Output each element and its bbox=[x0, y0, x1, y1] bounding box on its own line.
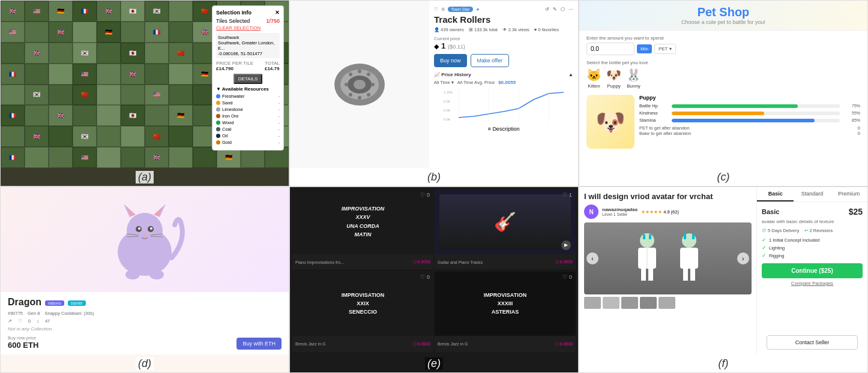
card-1-footer: Piano Improvisations fro... ⬡ 0.0003 bbox=[292, 254, 433, 270]
contact-seller-button[interactable]: Contact Seller bbox=[767, 335, 858, 350]
resource-limestone-value: - bbox=[279, 107, 280, 112]
card-3-title: Bresis Jazz in G bbox=[295, 342, 326, 346]
map-cell bbox=[97, 64, 121, 85]
make-offer-button[interactable]: Make offer bbox=[471, 54, 509, 67]
thumbnail-4[interactable] bbox=[640, 297, 657, 309]
map-cell bbox=[145, 64, 169, 85]
rabono-badge: rabono bbox=[45, 300, 64, 306]
card-2-title: Guitar and Piano Tracks bbox=[438, 260, 483, 264]
svg-point-11 bbox=[349, 93, 352, 97]
location-coords: -0.080166, 51-501477 bbox=[218, 51, 278, 56]
check-icon-1: ✓ bbox=[762, 237, 767, 243]
buy-with-eth-button[interactable]: Buy with ETH bbox=[237, 338, 282, 350]
heart-icon[interactable]: ♡ bbox=[18, 318, 22, 324]
thumbnail-2[interactable] bbox=[603, 297, 619, 309]
map-cell: 🇰🇷 bbox=[73, 43, 97, 64]
details-button[interactable]: DETAILS bbox=[234, 74, 263, 84]
feature-1-label: 1 Initial Concept Included bbox=[769, 237, 819, 243]
pet-option-bunny[interactable]: 🐰 Bunny bbox=[626, 68, 641, 89]
description-section: ≡ Description bbox=[434, 126, 573, 132]
heart-icon[interactable]: ♡ 0 bbox=[420, 192, 430, 198]
carousel-prev-button[interactable]: ‹ bbox=[586, 252, 598, 264]
revisions-label: 2 Revisions bbox=[810, 228, 833, 233]
feature-3: ✓ Rigging bbox=[762, 252, 863, 258]
min-button[interactable]: Min bbox=[637, 44, 652, 53]
package-name: Basic bbox=[762, 208, 779, 215]
heart-icon-2[interactable]: ♡ 1 bbox=[562, 192, 572, 198]
map-cell bbox=[121, 126, 145, 147]
heart-icon[interactable]: ♡ bbox=[434, 7, 438, 12]
thumbnail-3[interactable] bbox=[621, 297, 638, 309]
card-4-price: ⬡ 0.0003 bbox=[555, 342, 573, 347]
map-cell bbox=[169, 147, 193, 168]
contact-section: Contact Seller bbox=[757, 335, 867, 354]
selection-info-title: Selection Info bbox=[216, 10, 252, 16]
buy-now-button[interactable]: Buy now bbox=[434, 54, 467, 67]
map-cell bbox=[97, 126, 121, 147]
close-icon[interactable]: ✕ bbox=[275, 10, 280, 16]
map-cell: 🇫🇷 bbox=[1, 64, 25, 85]
pet-option-kitten[interactable]: 🐱 Kitten bbox=[586, 68, 601, 89]
svg-point-29 bbox=[150, 227, 152, 230]
map-cell: 🇫🇷 bbox=[1, 147, 25, 168]
heart-icon-4[interactable]: ♡ 0 bbox=[562, 274, 572, 280]
kitten-label: Kitten bbox=[588, 83, 600, 89]
map-cell: 🇺🇸 bbox=[25, 1, 49, 22]
share-icon[interactable]: ⬡ bbox=[561, 7, 565, 12]
share-icon[interactable]: ↗ bbox=[8, 318, 12, 324]
tab-basic[interactable]: Basic bbox=[757, 187, 794, 201]
map-cell bbox=[121, 147, 145, 168]
svg-rect-43 bbox=[648, 269, 653, 281]
map-cell: 🇬🇧 bbox=[121, 64, 145, 85]
tab-standard[interactable]: Standard bbox=[794, 187, 830, 201]
current-price-label: Current price bbox=[434, 36, 573, 41]
pet-options: 🐱 Kitten 🐶 Puppy 🐰 Bunny bbox=[586, 68, 860, 89]
roller-image bbox=[330, 61, 390, 109]
map-cell: 🇬🇧 bbox=[49, 105, 73, 126]
carousel-next-button[interactable]: › bbox=[737, 252, 749, 264]
panel-b-content: ♡ 0 Town Star ● ↺ ✎ ⬡ ⋯ Track Rollers 👤 … bbox=[290, 1, 578, 168]
tab-premium[interactable]: Premium bbox=[831, 187, 867, 201]
map-cell: 🇯🇵 bbox=[121, 1, 145, 22]
pet-dropdown-button[interactable]: PET ▾ bbox=[654, 44, 676, 54]
compare-packages-link[interactable]: Compare Packages bbox=[762, 281, 863, 286]
dragon-info: Dragon rabono starter #90775 Gen 8 Snapp… bbox=[1, 292, 289, 354]
map-cell bbox=[1, 126, 25, 147]
amount-label: Enter the amount you want to spend bbox=[586, 35, 860, 41]
play-button[interactable]: ▶ bbox=[561, 240, 571, 250]
collapse-icon[interactable]: ▲ bbox=[568, 72, 573, 77]
refresh-icon[interactable]: ↺ bbox=[545, 7, 549, 12]
svg-rect-42 bbox=[641, 269, 646, 281]
map-cell bbox=[145, 43, 169, 64]
thumbnail-1[interactable] bbox=[584, 297, 601, 309]
map-cell bbox=[1, 43, 25, 64]
pet-shop-body: Enter the amount you want to spend Min P… bbox=[579, 31, 867, 154]
price-history-header: 📈 Price History ▲ bbox=[434, 72, 573, 77]
svg-point-8 bbox=[349, 73, 352, 76]
puppy-label: Puppy bbox=[607, 83, 621, 89]
map-cell bbox=[25, 147, 49, 168]
thumbnail-5[interactable] bbox=[659, 297, 675, 309]
resource-wood-value: - bbox=[279, 120, 280, 125]
price-chart: 1.20k 0.0k 0.0k 0.0k bbox=[434, 88, 573, 124]
heart-icon-3[interactable]: ♡ 0 bbox=[420, 274, 430, 280]
time-filter[interactable]: All Time ▾ bbox=[434, 80, 454, 85]
edit-icon[interactable]: ✎ bbox=[553, 7, 557, 12]
gig-container: I will design vriod avatar for vrchat N … bbox=[579, 187, 867, 354]
pet-option-puppy[interactable]: 🐶 Puppy bbox=[606, 68, 621, 89]
resource-freshwater-label: Freshwater bbox=[222, 94, 245, 99]
arrows-icon[interactable]: ↕ bbox=[37, 318, 39, 324]
continue-button[interactable]: Continue ($25) bbox=[762, 263, 863, 278]
map-cell: 🇫🇷 bbox=[73, 1, 97, 22]
map-cell bbox=[49, 64, 73, 85]
card-1-info: Piano Improvisations fro... bbox=[295, 260, 344, 264]
amount-input[interactable] bbox=[586, 43, 634, 55]
svg-point-37 bbox=[640, 233, 654, 248]
product-meta: 👤 439 owners ⊞ 133.3k total 👁 2.3k views… bbox=[434, 27, 573, 32]
product-details: ♡ 0 Town Star ● ↺ ✎ ⬡ ⋯ Track Rollers 👤 … bbox=[429, 1, 578, 168]
map-cell bbox=[121, 22, 145, 43]
card-1-title: Piano Improvisations fro... bbox=[295, 260, 344, 264]
clear-selection-button[interactable]: CLEAR SELECTION bbox=[216, 25, 280, 31]
more-icon[interactable]: ⋯ bbox=[568, 7, 573, 12]
svg-rect-49 bbox=[690, 269, 695, 281]
